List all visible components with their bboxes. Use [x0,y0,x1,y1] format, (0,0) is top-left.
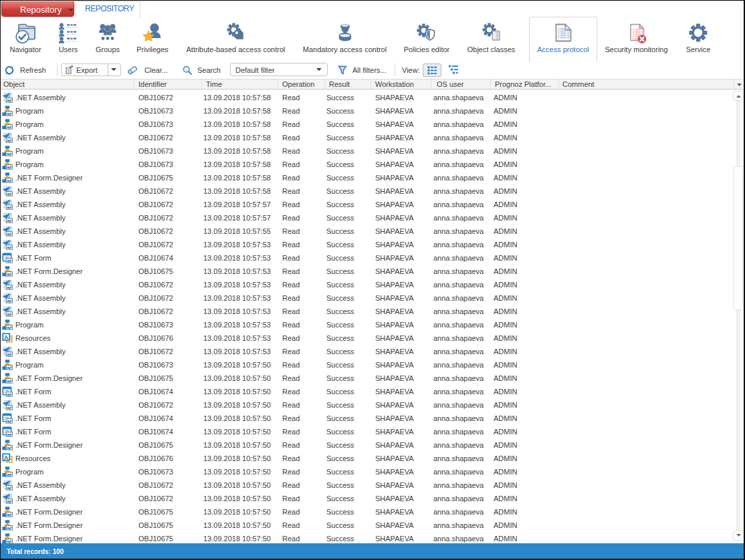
svg-text:A: A [4,454,9,460]
svg-text:A: A [4,333,9,340]
